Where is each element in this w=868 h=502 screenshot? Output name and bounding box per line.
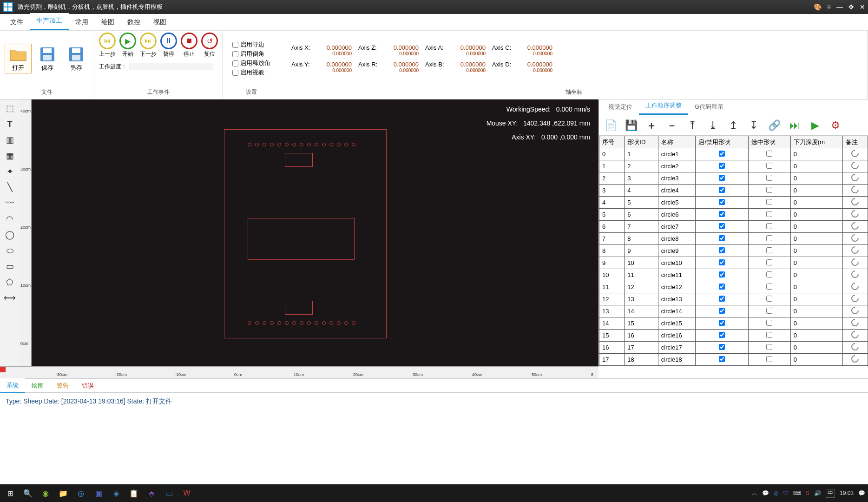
tray-keyboard-icon[interactable]: ⌨ (793, 490, 801, 496)
enable-check[interactable] (719, 163, 725, 169)
rotate-icon[interactable] (850, 330, 861, 340)
select-check[interactable] (766, 259, 772, 265)
gear-icon[interactable]: ⚙ (828, 118, 843, 133)
move-up-icon[interactable]: ↥ (725, 118, 741, 133)
line-tool-icon[interactable]: ╲ (3, 181, 17, 193)
enable-check[interactable] (719, 332, 725, 338)
prev-step-button[interactable]: ⏮ (99, 33, 116, 49)
play-icon[interactable]: ▶ (807, 118, 823, 133)
enable-check[interactable] (719, 296, 725, 302)
next-step-button[interactable]: ⏭ (140, 33, 157, 49)
rect-tool-icon[interactable]: ▭ (3, 260, 17, 272)
enable-check[interactable] (719, 320, 725, 326)
arc-tool-icon[interactable]: ◠ (3, 213, 17, 225)
tray-shield-icon[interactable]: 🛡 (783, 490, 789, 496)
rotate-icon[interactable] (850, 245, 861, 256)
rotate-icon[interactable] (850, 305, 861, 316)
saveas-button[interactable]: 另存 (63, 44, 89, 73)
rotate-icon[interactable] (850, 160, 861, 171)
enable-check[interactable] (719, 223, 725, 229)
maximize-icon[interactable]: ✥ (848, 3, 854, 11)
tray-sogou-icon[interactable]: S (806, 490, 809, 496)
enable-check[interactable] (719, 356, 725, 362)
rotate-icon[interactable] (850, 281, 861, 292)
dimension-tool-icon[interactable]: ⟷ (3, 292, 17, 304)
rotate-icon[interactable] (850, 342, 861, 352)
tray-app-icon[interactable]: ◎ (774, 490, 778, 496)
select-check[interactable] (766, 151, 772, 157)
select-check[interactable] (766, 320, 772, 326)
circle-tool-icon[interactable]: ◯ (3, 229, 17, 241)
enable-check[interactable] (719, 235, 725, 241)
app4-icon[interactable]: ◈ (109, 487, 124, 500)
select-check[interactable] (766, 271, 772, 277)
palette-icon[interactable]: 🎨 (814, 3, 822, 11)
log-tab-warn[interactable]: 警告 (50, 379, 75, 393)
tray-ime[interactable]: 中 (826, 489, 835, 498)
qrcode-tool-icon[interactable]: ▦ (3, 150, 17, 162)
rotate-icon[interactable] (850, 366, 861, 366)
shape-table[interactable]: 序号形状ID名称启/禁用形状选中形状下刀深度(m备注01circle1012ci… (599, 136, 868, 366)
start-button[interactable]: ▶ (119, 33, 136, 49)
table-row[interactable]: 1314circle140 (599, 305, 868, 317)
right-tab-2[interactable]: G代码显示 (688, 99, 730, 115)
select-check[interactable] (766, 223, 772, 229)
text-tool-icon[interactable]: T (3, 118, 17, 130)
table-row[interactable]: 23circle30 (599, 172, 868, 185)
setting-chamfer[interactable]: 启用倒角 (232, 50, 270, 58)
app2-icon[interactable]: ◎ (73, 487, 88, 500)
tray-notifications-icon[interactable]: 💬 (858, 490, 865, 496)
select-check[interactable] (766, 163, 772, 169)
rotate-icon[interactable] (850, 317, 861, 328)
link-icon[interactable]: 🔗 (766, 118, 782, 133)
tray-volume-icon[interactable]: 🔊 (814, 490, 821, 496)
rotate-icon[interactable] (850, 233, 861, 244)
polyline-tool-icon[interactable]: 〰 (3, 197, 17, 209)
table-row[interactable]: 910circle100 (599, 257, 868, 269)
table-row[interactable]: 1617circle170 (599, 342, 868, 354)
minus-icon[interactable]: － (664, 118, 680, 133)
explorer-icon[interactable]: 📁 (56, 487, 71, 500)
table-row[interactable]: 1516circle160 (599, 330, 868, 342)
select-check[interactable] (766, 356, 772, 362)
app5-icon[interactable]: 📋 (126, 487, 141, 500)
select-check[interactable] (766, 308, 772, 314)
col-header[interactable]: 选中形状 (749, 136, 791, 148)
app3-icon[interactable]: ▣ (91, 487, 106, 500)
pause-button[interactable]: ⏸ (160, 33, 177, 49)
col-header[interactable]: 启/禁用形状 (696, 136, 749, 148)
app8-icon[interactable]: W (179, 487, 194, 500)
table-row[interactable]: 1415circle150 (599, 317, 868, 330)
table-row[interactable]: 12circle20 (599, 160, 868, 172)
table-row[interactable]: 1819circle190 (599, 366, 868, 367)
menu-tab-5[interactable]: 视图 (147, 14, 173, 30)
tray-wechat-icon[interactable]: 💬 (762, 490, 769, 496)
select-check[interactable] (766, 187, 772, 193)
enable-check[interactable] (719, 199, 725, 205)
open-button[interactable]: 打开 (5, 44, 32, 73)
tray-time[interactable]: 19:03 (840, 490, 854, 496)
select-check[interactable] (766, 296, 772, 302)
select-check[interactable] (766, 332, 772, 338)
reset-button[interactable]: ↺ (201, 33, 218, 49)
col-header[interactable]: 序号 (599, 136, 625, 148)
point-tool-icon[interactable]: ✦ (3, 165, 17, 178)
enable-check[interactable] (719, 211, 725, 217)
col-header[interactable]: 形状ID (625, 136, 658, 148)
rotate-icon[interactable] (850, 197, 861, 207)
skip-icon[interactable]: ⏭ (787, 118, 802, 133)
enable-check[interactable] (719, 151, 725, 157)
log-tab-err[interactable]: 错误 (75, 379, 100, 393)
table-row[interactable]: 67circle70 (599, 221, 868, 233)
select-check[interactable] (766, 175, 772, 181)
stop-button[interactable]: ⏹ (181, 33, 197, 49)
rotate-icon[interactable] (850, 209, 861, 219)
rotate-icon[interactable] (850, 257, 861, 268)
menu-tab-3[interactable]: 绘图 (95, 14, 121, 30)
search-icon[interactable]: 🔍 (20, 487, 35, 500)
select-check[interactable] (766, 199, 772, 205)
enable-check[interactable] (719, 344, 725, 350)
rotate-icon[interactable] (850, 185, 861, 195)
rotate-icon[interactable] (850, 172, 861, 183)
menu-tab-2[interactable]: 常用 (69, 14, 95, 30)
